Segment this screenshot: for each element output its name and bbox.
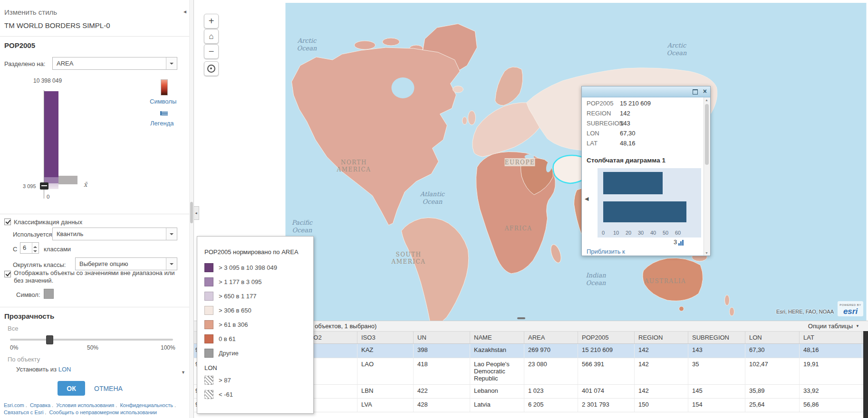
symbols-ramp-icon: [161, 79, 168, 95]
footer-link[interactable]: Конфиденциальность: [120, 402, 173, 408]
round-classes-select[interactable]: Выберите опцию: [75, 257, 177, 270]
legend-item: > 650 в 1 177: [204, 289, 277, 303]
classes-count-stepper[interactable]: 6: [20, 242, 39, 254]
ocean-label-arctic-east: ArcticOcean: [667, 42, 687, 57]
panel-scrollbar-thumb[interactable]: [190, 202, 193, 223]
continent-label-australia: AUSTRALIA: [644, 278, 686, 285]
symbol-swatch[interactable]: [44, 289, 54, 299]
home-button[interactable]: ⌂: [204, 29, 219, 44]
attribute-title: POP2005: [4, 41, 35, 49]
out-of-range-label: Отображать объекты со значениями вне диа…: [14, 269, 180, 285]
legend-item: > 87: [204, 373, 233, 387]
stepper-down-icon[interactable]: [32, 248, 39, 253]
legend-hatch-swatch: [204, 376, 213, 385]
ok-button[interactable]: ОК: [58, 381, 85, 396]
classification-checkbox[interactable]: [4, 218, 11, 225]
zoom-in-button[interactable]: +: [204, 14, 219, 28]
locate-button[interactable]: [204, 61, 219, 76]
per-feature-label: По объекту: [8, 356, 40, 363]
footer-link[interactable]: Условия использования: [56, 402, 114, 408]
previous-media-icon[interactable]: ◀: [585, 196, 588, 202]
maximize-icon[interactable]: [693, 89, 698, 95]
column-header[interactable]: POP2005: [578, 332, 635, 343]
chart-icon[interactable]: [678, 240, 684, 246]
class-break-handle[interactable]: [40, 182, 48, 190]
popup-scrollbar[interactable]: ▲ ▼: [704, 97, 710, 256]
table-options-button[interactable]: Опции таблицы ▼: [808, 323, 859, 330]
legend-hatch-swatch: [204, 390, 213, 399]
legend-list-icon: [160, 111, 168, 117]
continent-label-europe: EUROPE: [505, 159, 535, 166]
panel-title: Изменить стиль: [4, 8, 57, 16]
set-from-field-link[interactable]: LON: [58, 366, 71, 373]
esri-logo: POWERED BY esri: [838, 301, 863, 316]
column-header[interactable]: AREA: [524, 332, 578, 343]
footer-link[interactable]: Связаться с Esri: [4, 409, 43, 415]
column-header[interactable]: NAME: [470, 332, 524, 343]
popup-header[interactable]: ×: [582, 86, 710, 97]
legend-item: > 306 в 650: [204, 303, 277, 317]
close-icon[interactable]: ×: [703, 87, 707, 95]
column-header[interactable]: LAT: [800, 332, 862, 343]
transparency-slider-track[interactable]: [10, 339, 173, 341]
scroll-down-icon[interactable]: ▼: [705, 251, 708, 255]
symbols-link[interactable]: Символы: [150, 98, 176, 105]
histogram-break-label: 3 095: [23, 183, 36, 189]
ocean-label-indian: IndianOcean: [586, 272, 606, 286]
layer-title: TM WORLD BORDERS SIMPL-0: [4, 21, 110, 29]
collapse-panel-icon[interactable]: ◄: [183, 9, 187, 14]
popup-attributes: POP200515 210 609 REGION142 SUBREGION143…: [582, 100, 704, 150]
collapse-left-icon: ◄: [194, 211, 198, 215]
column-header[interactable]: REGION: [635, 332, 688, 343]
histogram-max-label: 10 398 049: [33, 77, 62, 84]
legend-lon-items: > 87 < -61: [204, 373, 233, 401]
legend-swatch: [204, 292, 213, 301]
map-attribution: Esri, HERE, FAO, NOAA: [776, 309, 834, 314]
stepper-up-icon[interactable]: [32, 243, 39, 248]
legend-link[interactable]: Легенда: [150, 120, 174, 127]
divided-by-label: Разделено на:: [4, 60, 45, 67]
footer-link[interactable]: Справка: [30, 402, 50, 408]
attribute-row: REGION142: [582, 110, 704, 120]
attribute-row: POP200515 210 609: [582, 100, 704, 110]
round-classes-label: Округлять классы:: [13, 261, 66, 268]
popup-scrollbar-thumb[interactable]: [705, 104, 709, 165]
new-zealand: [725, 295, 730, 305]
column-header[interactable]: ISO3: [357, 332, 414, 343]
divided-by-select[interactable]: AREA: [52, 57, 177, 70]
out-of-range-checkbox[interactable]: [4, 271, 11, 277]
slider-tick-0: 0%: [10, 344, 18, 351]
zoom-out-button[interactable]: −: [204, 44, 219, 59]
footer-link[interactable]: Сообщить о неправомерном использовании: [49, 409, 156, 415]
table-scrollbar[interactable]: [863, 331, 868, 418]
continent-label-north-america: NORTHAMERICA: [337, 159, 371, 173]
collapse-map-tab[interactable]: ◄: [193, 206, 199, 220]
legend-item: Другие: [204, 346, 277, 360]
cancel-button[interactable]: ОТМЕНА: [94, 385, 123, 392]
transparency-slider-handle[interactable]: [46, 335, 53, 344]
legend-popup: POP2005 нормировано по AREA > 3 095 в 10…: [197, 236, 314, 414]
iceland: [453, 86, 463, 93]
footer-link[interactable]: Esri.com: [4, 402, 24, 408]
chart-bar-2: [603, 201, 686, 222]
feature-popup: × POP200515 210 609 REGION142 SUBREGION1…: [581, 86, 711, 256]
method-select[interactable]: Квантиль: [52, 228, 177, 240]
slider-tick-50: 50%: [87, 344, 98, 351]
legend-item: > 1 177 в 3 095: [204, 275, 277, 289]
ocean-label-pacific: PacificOcean: [292, 219, 313, 234]
column-header[interactable]: SUBREGION: [688, 332, 745, 343]
column-header[interactable]: UN: [414, 332, 470, 343]
scroll-down-icon[interactable]: ▼: [181, 370, 185, 375]
divided-by-value: AREA: [53, 60, 166, 67]
media-pager: 3: [674, 238, 684, 246]
zoom-to-link[interactable]: Приблизить к: [587, 248, 625, 255]
legend-item: > 61 в 306: [204, 317, 277, 332]
column-header[interactable]: LON: [745, 332, 800, 343]
ocean-label-arctic-west: ArcticOcean: [297, 37, 317, 52]
minus-icon: −: [209, 46, 214, 57]
table-resize-handle[interactable]: [517, 317, 525, 319]
set-from-label: Установить из: [16, 366, 57, 373]
panel-scrollbar[interactable]: [189, 0, 193, 418]
scroll-up-icon[interactable]: ▲: [705, 98, 708, 102]
legend-item: > 3 095 в 10 398 049: [204, 260, 277, 275]
